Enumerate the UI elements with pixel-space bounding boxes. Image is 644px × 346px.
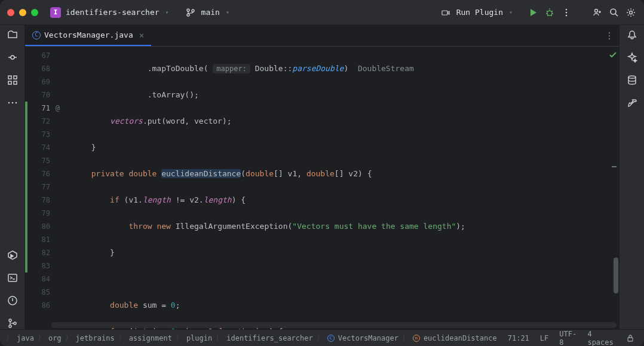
breadcrumb-item[interactable]: assignment xyxy=(129,334,172,342)
breadcrumb-item[interactable]: identifiers_searcher xyxy=(226,334,313,342)
tab-vectors-manager[interactable]: C VectorsManager.java × xyxy=(25,25,151,46)
line-gutter[interactable]: 67 68 69 70 71@ 72 73 74 75 76 77 78 79 … xyxy=(27,47,54,329)
right-toolbar xyxy=(619,25,644,329)
tab-label: VectorsManager.java xyxy=(44,30,133,39)
terminal-tool-icon[interactable] xyxy=(7,272,19,284)
svg-point-18 xyxy=(15,102,17,104)
svg-point-23 xyxy=(14,322,16,324)
minimize-window[interactable] xyxy=(19,9,26,16)
svg-point-9 xyxy=(611,9,616,14)
chevron-down-icon[interactable]: ▾ xyxy=(509,9,513,16)
svg-point-25 xyxy=(609,35,610,36)
svg-point-2 xyxy=(192,10,194,12)
method-name-highlight: euclideanDistance xyxy=(161,169,241,178)
project-tool-icon[interactable] xyxy=(7,29,19,41)
class-icon: C xyxy=(32,31,41,39)
svg-point-7 xyxy=(566,14,568,16)
more-tools-icon[interactable] xyxy=(7,97,19,109)
vcs-tool-icon[interactable] xyxy=(7,317,19,329)
horizontal-scrollbar[interactable] xyxy=(51,322,617,328)
problems-tool-icon[interactable] xyxy=(7,295,19,307)
status-bar: 〉 java 〉 org 〉 jetbrains 〉 assignment 〉 … xyxy=(0,329,644,346)
debug-button[interactable] xyxy=(544,7,556,19)
maximize-window[interactable] xyxy=(31,9,38,16)
svg-point-16 xyxy=(8,102,10,104)
svg-point-6 xyxy=(566,11,568,13)
close-window[interactable] xyxy=(7,9,14,16)
inspection-ok-icon[interactable] xyxy=(608,50,618,60)
services-tool-icon[interactable] xyxy=(7,249,19,261)
error-stripe-mark[interactable] xyxy=(612,166,617,167)
notifications-icon[interactable] xyxy=(626,29,638,41)
svg-point-24 xyxy=(609,32,610,33)
line-separator[interactable]: LF xyxy=(536,334,552,342)
svg-point-26 xyxy=(609,38,610,39)
svg-point-22 xyxy=(9,325,11,327)
svg-point-4 xyxy=(547,11,552,16)
gradle-tool-icon[interactable] xyxy=(626,97,638,109)
editor: C VectorsManager.java × 67 68 69 70 71@ … xyxy=(25,25,619,329)
readonly-toggle-icon[interactable] xyxy=(622,334,638,342)
project-name[interactable]: identifiers-searcher xyxy=(66,8,160,17)
commit-tool-icon[interactable] xyxy=(7,51,19,63)
caret-position[interactable]: 71:21 xyxy=(504,334,533,342)
branch-name[interactable]: main xyxy=(201,8,220,17)
svg-rect-28 xyxy=(628,338,633,341)
code-area[interactable]: 67 68 69 70 71@ 72 73 74 75 76 77 78 79 … xyxy=(25,47,619,329)
run-button[interactable] xyxy=(527,7,539,19)
svg-point-17 xyxy=(11,102,13,104)
class-icon: C xyxy=(327,335,335,342)
run-config-name[interactable]: Run Plugin xyxy=(456,8,503,17)
method-icon: m xyxy=(413,335,420,342)
svg-point-8 xyxy=(595,9,598,12)
close-tab-icon[interactable]: × xyxy=(139,30,144,40)
project-badge: I xyxy=(50,7,61,18)
ai-assistant-icon[interactable] xyxy=(626,51,638,63)
vertical-scrollbar[interactable] xyxy=(614,258,618,293)
breadcrumb-item[interactable]: meuclideanDistance xyxy=(413,334,497,342)
window-controls xyxy=(7,9,38,16)
svg-point-11 xyxy=(11,56,14,59)
breadcrumb-item[interactable]: jetbrains xyxy=(76,334,115,342)
search-icon[interactable] xyxy=(608,7,620,19)
chevron-down-icon[interactable]: ▾ xyxy=(165,9,169,16)
branch-icon[interactable] xyxy=(185,7,197,19)
settings-icon[interactable] xyxy=(625,7,637,19)
breadcrumb-item[interactable]: plugin xyxy=(186,334,212,342)
svg-point-27 xyxy=(628,76,636,78)
svg-point-0 xyxy=(187,9,189,11)
svg-rect-3 xyxy=(442,11,447,15)
structure-tool-icon[interactable] xyxy=(7,74,19,86)
indent-setting[interactable]: 4 spaces xyxy=(584,330,619,347)
svg-point-10 xyxy=(630,11,633,14)
left-toolbar xyxy=(0,25,25,329)
tab-bar: C VectorsManager.java × xyxy=(25,25,619,47)
chevron-down-icon[interactable]: ▾ xyxy=(226,9,229,16)
svg-point-5 xyxy=(566,8,568,10)
svg-rect-12 xyxy=(8,76,11,79)
tab-overflow-button[interactable] xyxy=(605,25,619,46)
code-content[interactable]: .mapToDouble( mapper: Double::parseDoubl… xyxy=(54,47,619,329)
svg-point-21 xyxy=(9,319,11,321)
file-encoding[interactable]: UTF-8 xyxy=(556,330,580,347)
breadcrumb-item[interactable]: java xyxy=(17,334,34,342)
database-tool-icon[interactable] xyxy=(626,74,638,86)
code-with-me-icon[interactable] xyxy=(591,7,603,19)
breadcrumb-item[interactable]: CVectorsManager xyxy=(327,334,398,342)
svg-rect-14 xyxy=(8,81,11,84)
run-config-icon[interactable] xyxy=(440,7,452,19)
breadcrumb-item[interactable]: org xyxy=(48,334,62,342)
svg-point-1 xyxy=(187,14,189,16)
more-button[interactable] xyxy=(560,7,572,19)
svg-rect-13 xyxy=(14,76,17,79)
titlebar: I identifiers-searcher ▾ main ▾ Run Plug… xyxy=(0,0,644,25)
svg-rect-15 xyxy=(14,81,17,84)
